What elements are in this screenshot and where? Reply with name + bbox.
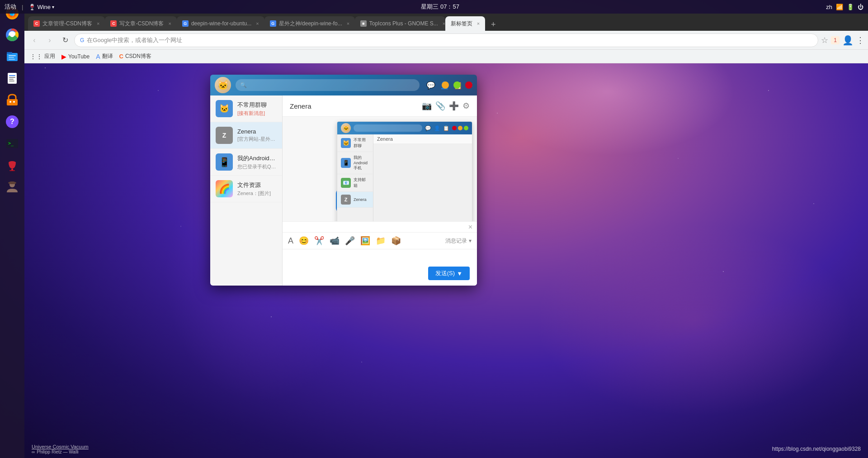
- tab-close-3[interactable]: ×: [256, 21, 259, 26]
- qq-font-icon[interactable]: A: [288, 236, 293, 246]
- qq-contact-files[interactable]: 🌈 文件资源 Zenera：[图片]: [210, 176, 282, 202]
- nested-chat-icon[interactable]: 💬: [425, 125, 431, 131]
- taskbar-icon-person[interactable]: [3, 178, 21, 196]
- tab-close-6[interactable]: ×: [477, 21, 480, 26]
- wine-menu[interactable]: 🍷 Wine ▾: [28, 4, 54, 10]
- qq-user-avatar: 🐱: [215, 77, 231, 93]
- bookmark-csdn[interactable]: C CSDN博客: [119, 52, 151, 60]
- qq-contacts-list: 🐱 不常用群聊 [接有新消息] Z Zenera [官方网站-星外之神／: [210, 95, 283, 286]
- nested-contacts-icon[interactable]: 👤: [434, 125, 440, 131]
- qq-settings-icon[interactable]: ⚙: [462, 101, 470, 111]
- nested-minimize-btn[interactable]: [458, 126, 462, 130]
- taskbar-icon-files[interactable]: [3, 48, 21, 66]
- svg-rect-9: [9, 57, 14, 58]
- taskbar-icon-chrome[interactable]: [3, 26, 21, 44]
- taskbar-icon-help[interactable]: ?: [3, 113, 21, 131]
- tab-title-4: 星外之神/deepin-wine-fo...: [279, 20, 342, 28]
- tab-close-4[interactable]: ×: [347, 21, 349, 26]
- qq-close-button[interactable]: [465, 81, 472, 89]
- svg-rect-15: [9, 81, 14, 81]
- qq-chat-contact-name: Zenera: [290, 102, 311, 110]
- wifi-icon[interactable]: 📶: [836, 4, 843, 10]
- address-bar[interactable]: G 在Google中搜索，或者输入一个网址: [74, 33, 818, 47]
- qq-nested-sidebar: 🐱 不常用群聊 📱 我的Android手机 📧 支持邮箱: [337, 134, 373, 221]
- qq-clear-history-button[interactable]: 消息记录 ▾: [445, 237, 472, 245]
- qq-chat-header: Zenera 📷 📎 ➕ ⚙: [283, 95, 477, 117]
- nested-avatar-4: Z: [341, 195, 351, 205]
- contact-info-android: 我的Android手机 您已登录手机QQ，可传: [237, 154, 277, 170]
- qq-nested-chat-area: Zenera A 😊 ✂️ 发送: [373, 134, 472, 221]
- new-tab-button[interactable]: +: [487, 18, 500, 31]
- qq-video-icon[interactable]: 📹: [330, 236, 340, 246]
- browser-window: C 文章管理-CSDN博客 × C 写文章-CSDN博客 × G deepin-…: [24, 14, 868, 63]
- nested-window-controls: [452, 126, 468, 130]
- svg-point-17: [9, 101, 11, 103]
- locale-icon[interactable]: zh: [826, 4, 832, 10]
- nested-close-btn[interactable]: [452, 126, 457, 130]
- contact-preview-android: 您已登录手机QQ，可传: [237, 163, 277, 170]
- bookmark-star[interactable]: ☆: [821, 35, 828, 45]
- qq-chat-close-icon[interactable]: ×: [468, 223, 472, 231]
- tab-close-5[interactable]: ×: [443, 21, 445, 26]
- power-icon[interactable]: ⏻: [858, 4, 863, 10]
- browser-tab-2[interactable]: C 写文章-CSDN博客 ×: [105, 16, 176, 31]
- qq-window-controls: [441, 81, 473, 89]
- wallpaper-name: Universe Cosmic Vacuum: [32, 444, 89, 449]
- qq-contact-zenera[interactable]: Z Zenera [官方网站-星外之神／: [210, 122, 282, 149]
- taskbar-icon-terminal[interactable]: >_: [3, 134, 21, 153]
- nested-contact-3[interactable]: 📧 支持邮箱: [337, 174, 373, 192]
- browser-tab-5[interactable]: ■ TopIcons Plus - GNOME S... ×: [355, 16, 445, 31]
- tab-favicon-5: ■: [360, 20, 367, 27]
- taskbar-icon-wine[interactable]: [3, 156, 21, 174]
- tab-close-1[interactable]: ×: [97, 21, 99, 26]
- refresh-button[interactable]: ↻: [59, 34, 71, 47]
- account-button[interactable]: 👤: [842, 35, 854, 46]
- extensions-badge[interactable]: 1: [831, 36, 840, 44]
- qq-attachment-icon[interactable]: 📎: [435, 101, 445, 111]
- svg-rect-12: [9, 75, 15, 76]
- bookmark-youtube[interactable]: ▶ YouTube: [61, 53, 90, 60]
- menu-button[interactable]: ⋮: [856, 35, 864, 45]
- qq-package-icon[interactable]: 📦: [391, 236, 401, 246]
- battery-icon[interactable]: 🔋: [847, 4, 854, 10]
- taskbar-icon-store[interactable]: [3, 91, 21, 109]
- qq-mic-icon[interactable]: 🎤: [345, 236, 355, 246]
- send-dropdown-icon: ▼: [457, 270, 462, 277]
- browser-tab-4[interactable]: G 星外之神/deepin-wine-fo... ×: [264, 16, 355, 31]
- contact-preview-group1: [接有新消息]: [237, 110, 277, 117]
- nested-contact-4[interactable]: Z Zenera: [337, 192, 373, 208]
- qq-nested-titlebar: 🐱 💬 👤 📋: [337, 122, 472, 134]
- bookmark-apps[interactable]: ⋮⋮ 应用: [30, 52, 55, 60]
- browser-tab-1[interactable]: C 文章管理-CSDN博客 ×: [28, 16, 105, 31]
- contact-name-group1: 不常用群聊: [237, 101, 277, 109]
- tab-close-2[interactable]: ×: [168, 21, 171, 26]
- nested-contact-2[interactable]: 📱 我的Android手机: [337, 152, 373, 174]
- browser-tab-3[interactable]: G deepin-wine-for-ubuntu... ×: [177, 16, 264, 31]
- qq-contact-android[interactable]: 📱 我的Android手机 您已登录手机QQ，可传: [210, 149, 282, 176]
- tab-title-6: 新标签页: [451, 20, 472, 28]
- qq-minimize-button[interactable]: [442, 81, 449, 89]
- contact-avatar-android: 📱: [216, 153, 233, 171]
- qq-emoji-icon[interactable]: 😊: [299, 236, 309, 246]
- back-button[interactable]: ‹: [28, 34, 41, 47]
- qq-image-icon[interactable]: 🖼️: [360, 236, 370, 246]
- qq-maximize-button[interactable]: [453, 81, 461, 89]
- qq-chat-tab[interactable]: 💬: [424, 79, 438, 91]
- nested-contact-1[interactable]: 🐱 不常用群聊: [337, 134, 373, 152]
- qq-send-button[interactable]: 发送(S) ▼: [428, 267, 470, 280]
- nested-apps-icon[interactable]: 📋: [443, 125, 449, 131]
- qq-contact-group1[interactable]: 🐱 不常用群聊 [接有新消息]: [210, 95, 282, 122]
- qq-video-call-icon[interactable]: 📷: [422, 101, 432, 111]
- qq-add-icon[interactable]: ➕: [449, 101, 459, 111]
- qq-search-bar[interactable]: 🔍: [236, 79, 420, 91]
- activity-button[interactable]: 活动: [5, 3, 16, 11]
- taskbar-icon-docs[interactable]: [3, 69, 21, 87]
- bookmark-translate[interactable]: A 翻译: [96, 52, 113, 60]
- forward-button[interactable]: ›: [43, 34, 56, 47]
- nested-maximize-btn[interactable]: [464, 126, 468, 130]
- nested-avatar-2: 📱: [341, 158, 351, 168]
- qq-folder-icon[interactable]: 📁: [376, 236, 386, 246]
- browser-tab-6[interactable]: 新标签页 ×: [445, 16, 485, 31]
- author-link-icon: ∞: [32, 449, 35, 454]
- qq-scissors-icon[interactable]: ✂️: [314, 236, 324, 246]
